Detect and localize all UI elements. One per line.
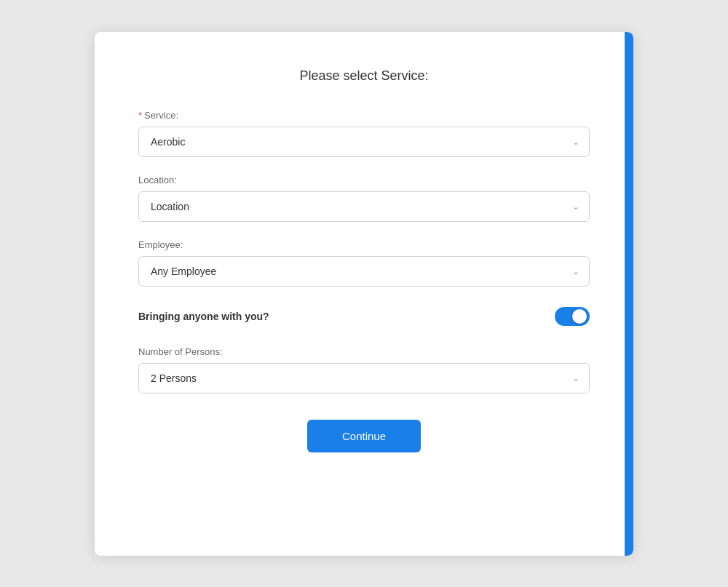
page-title: Please select Service:	[138, 68, 590, 84]
bringing-toggle-row: Bringing anyone with you?	[138, 304, 590, 329]
continue-btn-wrapper: Continue	[138, 420, 590, 452]
location-group: Location: LocationDowntownUptownMidtown …	[138, 175, 590, 222]
persons-group: Number of Persons: 1 Person2 Persons3 Pe…	[138, 346, 590, 394]
toggle-slider	[555, 307, 590, 326]
required-star: *	[138, 110, 142, 121]
page-wrapper: Please select Service: * Service: Aerobi…	[0, 0, 728, 587]
bringing-toggle[interactable]	[555, 307, 590, 326]
employee-select[interactable]: Any EmployeeJohn DoeJane Smith	[138, 256, 590, 287]
location-label: Location:	[138, 175, 590, 185]
service-select[interactable]: AerobicYogaPilatesCrossFit	[138, 127, 590, 157]
service-label: * Service:	[138, 110, 590, 121]
service-group: * Service: AerobicYogaPilatesCrossFit ⌄	[138, 110, 590, 157]
persons-select[interactable]: 1 Person2 Persons3 Persons4 Persons	[138, 363, 590, 394]
employee-group: Employee: Any EmployeeJohn DoeJane Smith…	[138, 239, 590, 287]
card: Please select Service: * Service: Aerobi…	[95, 32, 633, 556]
employee-select-wrapper: Any EmployeeJohn DoeJane Smith ⌄	[138, 256, 590, 287]
service-select-wrapper: AerobicYogaPilatesCrossFit ⌄	[138, 127, 590, 157]
bringing-label: Bringing anyone with you?	[138, 311, 269, 322]
location-select[interactable]: LocationDowntownUptownMidtown	[138, 191, 590, 222]
persons-select-wrapper: 1 Person2 Persons3 Persons4 Persons ⌄	[138, 363, 590, 394]
continue-button[interactable]: Continue	[307, 420, 421, 452]
location-select-wrapper: LocationDowntownUptownMidtown ⌄	[138, 191, 590, 222]
persons-label: Number of Persons:	[138, 346, 590, 357]
employee-label: Employee:	[138, 239, 590, 250]
